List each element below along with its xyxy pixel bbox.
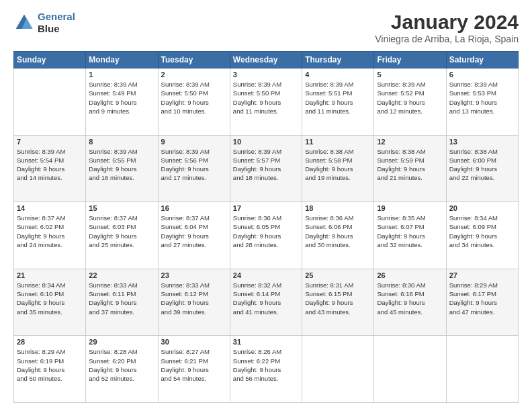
day-number: 19 — [377, 204, 443, 212]
header: General Blue January 2024 Viniegra de Ar… — [13, 11, 519, 44]
day-info: Sunrise: 8:37 AM Sunset: 6:02 PM Dayligh… — [17, 214, 83, 249]
logo-icon — [13, 12, 35, 34]
calendar-cell: 1Sunrise: 8:39 AM Sunset: 5:49 PM Daylig… — [86, 68, 158, 136]
day-info: Sunrise: 8:39 AM Sunset: 5:55 PM Dayligh… — [89, 147, 154, 183]
logo-line1: General — [38, 11, 75, 22]
week-row-3: 14Sunrise: 8:37 AM Sunset: 6:02 PM Dayli… — [14, 202, 519, 269]
day-info: Sunrise: 8:29 AM Sunset: 6:19 PM Dayligh… — [17, 347, 83, 383]
day-number: 25 — [305, 271, 371, 279]
day-info: Sunrise: 8:39 AM Sunset: 5:51 PM Dayligh… — [305, 80, 371, 116]
day-number: 11 — [305, 138, 371, 146]
calendar-cell: 26Sunrise: 8:30 AM Sunset: 6:16 PM Dayli… — [374, 269, 446, 336]
calendar-cell: 12Sunrise: 8:38 AM Sunset: 5:59 PM Dayli… — [374, 135, 446, 202]
week-row-1: 1Sunrise: 8:39 AM Sunset: 5:49 PM Daylig… — [14, 68, 519, 136]
calendar-cell: 23Sunrise: 8:33 AM Sunset: 6:12 PM Dayli… — [158, 269, 230, 336]
day-info: Sunrise: 8:29 AM Sunset: 6:17 PM Dayligh… — [449, 281, 515, 316]
calendar-cell: 14Sunrise: 8:37 AM Sunset: 6:02 PM Dayli… — [14, 202, 86, 269]
weekday-header-monday: Monday — [86, 52, 158, 68]
weekday-header-friday: Friday — [374, 52, 446, 68]
day-info: Sunrise: 8:37 AM Sunset: 6:03 PM Dayligh… — [89, 214, 154, 249]
calendar-cell — [302, 336, 374, 403]
day-info: Sunrise: 8:34 AM Sunset: 6:09 PM Dayligh… — [449, 214, 515, 249]
day-number: 13 — [449, 138, 515, 146]
day-number: 26 — [377, 271, 443, 279]
day-number: 30 — [161, 338, 227, 346]
logo: General Blue — [13, 11, 75, 35]
logo-line2: Blue — [38, 23, 75, 35]
day-info: Sunrise: 8:38 AM Sunset: 5:59 PM Dayligh… — [377, 147, 443, 183]
day-number: 12 — [377, 138, 443, 146]
calendar-cell: 5Sunrise: 8:39 AM Sunset: 5:52 PM Daylig… — [374, 68, 446, 136]
calendar-cell: 25Sunrise: 8:31 AM Sunset: 6:15 PM Dayli… — [302, 269, 374, 336]
week-row-5: 28Sunrise: 8:29 AM Sunset: 6:19 PM Dayli… — [14, 336, 519, 403]
calendar-cell — [374, 336, 446, 403]
calendar-header: SundayMondayTuesdayWednesdayThursdayFrid… — [14, 52, 519, 68]
day-number: 23 — [161, 271, 227, 279]
calendar-cell: 18Sunrise: 8:36 AM Sunset: 6:06 PM Dayli… — [302, 202, 374, 269]
day-info: Sunrise: 8:39 AM Sunset: 5:57 PM Dayligh… — [233, 147, 299, 183]
day-info: Sunrise: 8:39 AM Sunset: 5:50 PM Dayligh… — [233, 80, 299, 116]
day-number: 21 — [17, 271, 83, 279]
calendar-cell: 24Sunrise: 8:32 AM Sunset: 6:14 PM Dayli… — [230, 269, 302, 336]
day-info: Sunrise: 8:26 AM Sunset: 6:22 PM Dayligh… — [233, 347, 299, 383]
calendar-cell: 22Sunrise: 8:33 AM Sunset: 6:11 PM Dayli… — [86, 269, 158, 336]
calendar-cell: 29Sunrise: 8:28 AM Sunset: 6:20 PM Dayli… — [86, 336, 158, 403]
weekday-header-wednesday: Wednesday — [230, 52, 302, 68]
week-row-2: 7Sunrise: 8:39 AM Sunset: 5:54 PM Daylig… — [14, 135, 519, 202]
calendar-cell: 6Sunrise: 8:39 AM Sunset: 5:53 PM Daylig… — [446, 68, 518, 136]
day-info: Sunrise: 8:37 AM Sunset: 6:04 PM Dayligh… — [161, 214, 227, 249]
day-info: Sunrise: 8:33 AM Sunset: 6:12 PM Dayligh… — [161, 281, 227, 316]
day-info: Sunrise: 8:38 AM Sunset: 6:00 PM Dayligh… — [449, 147, 515, 183]
day-number: 8 — [89, 138, 154, 146]
logo-text: General Blue — [38, 11, 75, 35]
day-info: Sunrise: 8:39 AM Sunset: 5:53 PM Dayligh… — [449, 80, 515, 116]
weekday-header-thursday: Thursday — [302, 52, 374, 68]
day-number: 7 — [17, 138, 83, 146]
day-number: 20 — [449, 204, 515, 212]
weekday-header-saturday: Saturday — [446, 52, 518, 68]
day-number: 18 — [305, 204, 371, 212]
day-info: Sunrise: 8:27 AM Sunset: 6:21 PM Dayligh… — [161, 347, 227, 383]
calendar-cell: 3Sunrise: 8:39 AM Sunset: 5:50 PM Daylig… — [230, 68, 302, 136]
calendar-cell: 20Sunrise: 8:34 AM Sunset: 6:09 PM Dayli… — [446, 202, 518, 269]
calendar-cell: 19Sunrise: 8:35 AM Sunset: 6:07 PM Dayli… — [374, 202, 446, 269]
day-info: Sunrise: 8:36 AM Sunset: 6:05 PM Dayligh… — [233, 214, 299, 249]
weekday-header-tuesday: Tuesday — [158, 52, 230, 68]
day-info: Sunrise: 8:36 AM Sunset: 6:06 PM Dayligh… — [305, 214, 371, 249]
calendar-cell: 16Sunrise: 8:37 AM Sunset: 6:04 PM Dayli… — [158, 202, 230, 269]
day-info: Sunrise: 8:34 AM Sunset: 6:10 PM Dayligh… — [17, 281, 83, 316]
day-number: 15 — [89, 204, 154, 212]
page: General Blue January 2024 Viniegra de Ar… — [0, 0, 532, 411]
day-info: Sunrise: 8:38 AM Sunset: 5:58 PM Dayligh… — [305, 147, 371, 183]
day-number: 22 — [89, 271, 154, 279]
calendar-cell: 15Sunrise: 8:37 AM Sunset: 6:03 PM Dayli… — [86, 202, 158, 269]
day-info: Sunrise: 8:39 AM Sunset: 5:52 PM Dayligh… — [377, 80, 443, 116]
day-number: 17 — [233, 204, 299, 212]
day-info: Sunrise: 8:39 AM Sunset: 5:54 PM Dayligh… — [17, 147, 83, 183]
day-number: 27 — [449, 271, 515, 279]
day-number: 1 — [89, 71, 154, 79]
calendar-cell: 30Sunrise: 8:27 AM Sunset: 6:21 PM Dayli… — [158, 336, 230, 403]
day-number: 2 — [161, 71, 227, 79]
calendar-cell — [446, 336, 518, 403]
day-number: 24 — [233, 271, 299, 279]
day-number: 6 — [449, 71, 515, 79]
day-info: Sunrise: 8:30 AM Sunset: 6:16 PM Dayligh… — [377, 281, 443, 316]
day-number: 9 — [161, 138, 227, 146]
day-info: Sunrise: 8:31 AM Sunset: 6:15 PM Dayligh… — [305, 281, 371, 316]
day-number: 5 — [377, 71, 443, 79]
calendar-cell: 2Sunrise: 8:39 AM Sunset: 5:50 PM Daylig… — [158, 68, 230, 136]
calendar-body: 1Sunrise: 8:39 AM Sunset: 5:49 PM Daylig… — [14, 68, 519, 403]
day-number: 29 — [89, 338, 154, 346]
calendar-cell: 31Sunrise: 8:26 AM Sunset: 6:22 PM Dayli… — [230, 336, 302, 403]
day-number: 31 — [233, 338, 299, 346]
calendar-cell: 28Sunrise: 8:29 AM Sunset: 6:19 PM Dayli… — [14, 336, 86, 403]
calendar-cell: 7Sunrise: 8:39 AM Sunset: 5:54 PM Daylig… — [14, 135, 86, 202]
calendar-cell: 21Sunrise: 8:34 AM Sunset: 6:10 PM Dayli… — [14, 269, 86, 336]
calendar-cell: 27Sunrise: 8:29 AM Sunset: 6:17 PM Dayli… — [446, 269, 518, 336]
day-number: 4 — [305, 71, 371, 79]
day-info: Sunrise: 8:39 AM Sunset: 5:49 PM Dayligh… — [89, 80, 154, 116]
calendar-table: SundayMondayTuesdayWednesdayThursdayFrid… — [13, 51, 519, 403]
calendar-cell — [14, 68, 86, 136]
calendar-cell: 8Sunrise: 8:39 AM Sunset: 5:55 PM Daylig… — [86, 135, 158, 202]
